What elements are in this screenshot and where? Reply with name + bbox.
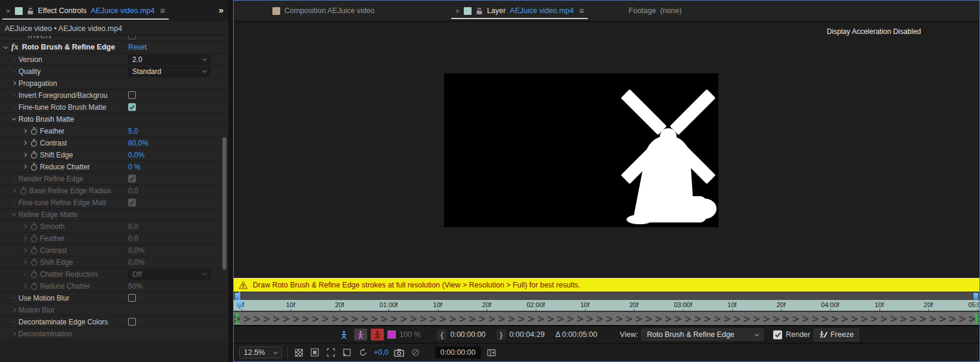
property-row-propagation[interactable]: Propagation	[0, 78, 228, 89]
stopwatch-icon[interactable]	[29, 151, 38, 159]
unlock-icon[interactable]	[476, 7, 483, 15]
panel-menu-icon[interactable]: ≡	[579, 6, 584, 16]
property-value[interactable]: 80,0%	[128, 139, 148, 147]
stopwatch-icon[interactable]	[29, 282, 38, 290]
property-row-base-refine-edge-radius[interactable]: Base Refine Edge Radius0,0	[0, 185, 228, 197]
property-value[interactable]: 0,0%	[128, 258, 144, 267]
magnification-dropdown[interactable]: 12.5%	[239, 346, 282, 358]
property-value[interactable]: 0,0	[128, 234, 138, 243]
transparency-grid-icon[interactable]	[293, 347, 304, 358]
expander-icon[interactable]	[10, 82, 18, 85]
property-row-fine-tune-refine-edge-matt[interactable]: Fine-tune Refine Edge Matt	[0, 197, 228, 209]
video-frame[interactable]	[444, 73, 718, 227]
property-row-contrast[interactable]: Contrast0,0%	[0, 245, 228, 256]
property-row-decontamination[interactable]: Decontamination	[0, 328, 228, 340]
property-row-decontaminate-edge-colors[interactable]: Decontaminate Edge Colors	[0, 316, 228, 328]
channel-view-icon[interactable]	[342, 347, 352, 358]
reset-exposure-icon[interactable]	[358, 347, 368, 358]
in-point-time[interactable]: 0:00:00:00	[450, 330, 485, 339]
property-row-smooth[interactable]: Smooth0,0	[0, 221, 228, 233]
property-row-shift-edge[interactable]: Shift Edge0,0%	[0, 256, 228, 268]
stopwatch-icon[interactable]	[29, 246, 38, 255]
expander-icon[interactable]	[1, 47, 10, 48]
set-out-point-icon[interactable]: }	[497, 329, 506, 340]
vertical-scrollbar[interactable]	[222, 137, 227, 270]
property-value[interactable]: 0,0	[128, 187, 138, 195]
checkbox[interactable]	[128, 318, 136, 326]
checkbox[interactable]	[128, 103, 136, 111]
navigator-end-bracket[interactable]	[973, 314, 977, 324]
expander-icon[interactable]	[10, 332, 18, 335]
property-row-contrast[interactable]: Contrast80,0%	[0, 137, 228, 149]
close-tab-icon[interactable]: ×	[6, 7, 11, 16]
reset-link[interactable]: Reset	[128, 43, 147, 51]
property-row-feather[interactable]: Feather0,0	[0, 233, 228, 245]
toggle-alpha-overlay-button[interactable]	[371, 329, 384, 341]
expander-icon[interactable]	[20, 237, 29, 240]
property-row-refine-edge-matte[interactable]: Refine Edge Matte	[0, 209, 228, 221]
unlock-icon[interactable]	[27, 7, 34, 15]
checkbox[interactable]	[128, 294, 136, 302]
expander-icon[interactable]	[20, 129, 29, 132]
checkbox[interactable]	[128, 91, 136, 99]
render-label[interactable]: Render	[786, 330, 810, 339]
tab-effect-controls[interactable]: × Effect Controls AEJuice video.mp4 ≡	[0, 0, 171, 21]
time-ruler[interactable]: 0f10f20f01:00f10f20f02:00f10f20f03:00f10…	[234, 300, 979, 311]
expander-icon[interactable]	[20, 261, 29, 264]
expander-icon[interactable]	[20, 141, 29, 144]
property-row-feather[interactable]: Feather5,0	[0, 125, 228, 137]
expander-icon[interactable]	[10, 118, 18, 120]
expander-icon[interactable]	[20, 153, 29, 156]
expander-icon[interactable]	[20, 225, 29, 228]
overlay-opacity-value[interactable]: 100 %	[399, 330, 420, 339]
value-dropdown[interactable]: Standard	[128, 67, 210, 76]
out-point-time[interactable]: 0:00:04:29	[510, 330, 545, 339]
snapshot-icon[interactable]	[394, 347, 405, 358]
tab-overflow-icon[interactable]: »	[219, 5, 224, 15]
property-value[interactable]: 0,0	[128, 222, 138, 231]
pixel-aspect-correction-icon[interactable]	[486, 347, 497, 358]
property-row-render-refine-edge[interactable]: Render Refine Edge	[0, 173, 228, 185]
stopwatch-icon[interactable]	[29, 270, 38, 279]
property-value[interactable]: 0,0%	[128, 151, 144, 159]
time-navigator-bar[interactable]: >>>>>>>>>>>>>>>>>>>>>>>>>>>>>>>>>>>>>>>>…	[234, 311, 979, 326]
property-row-version[interactable]: Version2.0	[0, 54, 228, 66]
view-dropdown[interactable]: Roto Brush & Refine Edge	[641, 329, 764, 341]
property-row-use-motion-blur[interactable]: Use Motion Blur	[0, 292, 228, 304]
expander-icon[interactable]	[10, 308, 18, 311]
value-dropdown[interactable]: 2.0	[128, 55, 210, 64]
property-row-reduce-chatter[interactable]: Reduce Chatter0 %	[0, 161, 228, 173]
layer-view-canvas[interactable]: Display Acceleration Disabled	[234, 21, 979, 278]
property-row-reduce-chatter[interactable]: Reduce Chatter50%	[0, 280, 228, 292]
render-checkbox[interactable]	[773, 330, 782, 339]
property-row-quality[interactable]: QualityStandard	[0, 66, 228, 78]
property-row-motion-blur[interactable]: Motion Blur	[0, 304, 228, 316]
property-row-fine-tune-roto-brush-matte[interactable]: Fine-tune Roto Brush Matte	[0, 101, 228, 113]
property-row-roto-brush-matte[interactable]: Roto Brush Matte	[0, 113, 228, 125]
overlay-color-swatch[interactable]	[387, 330, 396, 339]
freeze-button[interactable]: Freeze	[814, 329, 859, 341]
work-area-bar[interactable]	[234, 292, 979, 300]
toggle-alpha-button[interactable]	[337, 329, 351, 341]
expander-icon[interactable]	[20, 249, 29, 252]
toggle-alpha-boundary-button[interactable]	[354, 329, 367, 341]
property-row-shift-edge[interactable]: Shift Edge0,0%	[0, 149, 228, 161]
work-area-end-handle[interactable]	[973, 293, 978, 300]
stopwatch-icon[interactable]	[29, 234, 38, 243]
tab-footage[interactable]: Footage (none)	[623, 1, 688, 21]
expander-icon[interactable]	[10, 214, 18, 215]
navigator-start-bracket[interactable]	[236, 314, 240, 324]
value-dropdown[interactable]: Off	[128, 270, 210, 279]
expander-icon[interactable]	[10, 189, 18, 192]
mask-visibility-icon[interactable]	[309, 347, 320, 358]
expander-icon[interactable]	[20, 284, 29, 287]
close-tab-icon[interactable]: ×	[455, 7, 460, 16]
panel-menu-icon[interactable]: ≡	[160, 6, 165, 16]
property-value[interactable]: 50%	[128, 282, 142, 290]
stopwatch-icon[interactable]	[29, 258, 38, 267]
stopwatch-icon[interactable]	[18, 187, 27, 195]
checkbox[interactable]	[128, 199, 136, 206]
expander-icon[interactable]	[20, 165, 29, 168]
set-in-point-icon[interactable]: {	[437, 329, 446, 340]
stopwatch-icon[interactable]	[29, 139, 38, 147]
